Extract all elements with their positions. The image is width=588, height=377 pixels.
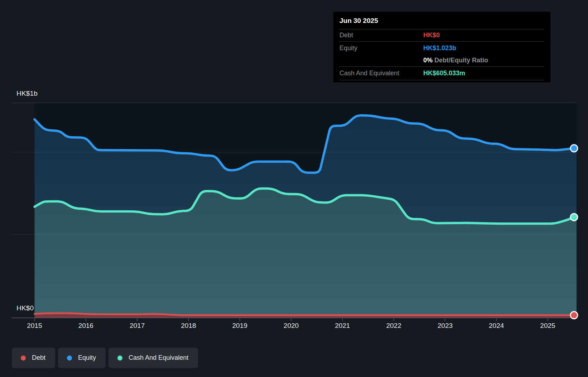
- tooltip-debt-label: Debt: [339, 32, 423, 39]
- legend-cash-label: Cash And Equivalent: [129, 354, 188, 362]
- x-axis-ticks: [35, 319, 548, 321]
- tooltip-debt-value: HK$0: [423, 32, 544, 39]
- y-axis-label-0: HK$0: [16, 304, 34, 312]
- tooltip-row-cash: Cash And Equivalent HK$605.033m: [339, 67, 544, 80]
- cash-series-dot-icon: [117, 355, 122, 361]
- tooltip-row-debt: Debt HK$0: [339, 29, 544, 42]
- tooltip-cash-label: Cash And Equivalent: [339, 70, 423, 77]
- equity-end-marker: [570, 145, 578, 152]
- legend-equity-label: Equity: [78, 354, 96, 362]
- y-axis-label-1b: HK$1b: [16, 90, 38, 97]
- equity-series-dot-icon: [67, 355, 72, 361]
- legend-item-cash[interactable]: Cash And Equivalent: [109, 348, 198, 368]
- legend-item-debt[interactable]: Debt: [12, 348, 55, 368]
- debt-series-dot-icon: [21, 355, 26, 361]
- tooltip-date: Jun 30 2025: [339, 12, 544, 29]
- tooltip-ratio: 0% Debt/Equity Ratio: [423, 57, 544, 64]
- chart-legend: Debt Equity Cash And Equivalent: [12, 348, 198, 368]
- cash-end-marker: [570, 214, 578, 221]
- tooltip-ratio-label: Debt/Equity Ratio: [434, 57, 488, 64]
- debt-end-marker: [570, 312, 578, 319]
- tooltip-row-ratio: 0% Debt/Equity Ratio: [339, 54, 544, 67]
- legend-debt-label: Debt: [32, 354, 45, 362]
- tooltip-cash-value: HK$605.033m: [423, 70, 544, 77]
- legend-item-equity[interactable]: Equity: [58, 348, 106, 368]
- tooltip-equity-value: HK$1.023b: [423, 44, 544, 52]
- tooltip-row-equity: Equity HK$1.023b: [339, 42, 544, 54]
- chart-tooltip: Jun 30 2025 Debt HK$0 Equity HK$1.023b 0…: [333, 12, 550, 82]
- tooltip-ratio-value: 0%: [423, 57, 433, 64]
- tooltip-equity-label: Equity: [339, 44, 423, 52]
